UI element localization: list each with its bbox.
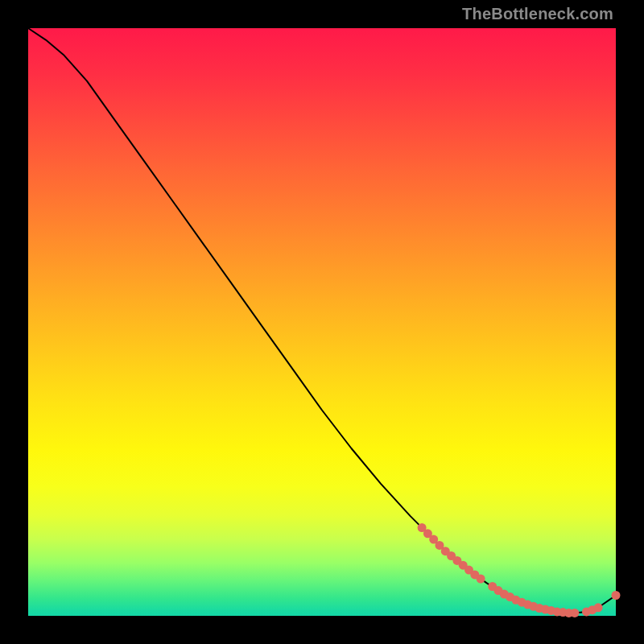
data-marker [612,591,621,600]
data-marker [477,575,485,584]
watermark-text: TheBottleneck.com [462,5,613,23]
chart-frame: TheBottleneck.com [0,0,644,644]
data-marker [570,609,579,617]
data-marker [594,603,603,612]
marker-group [418,523,621,617]
bottleneck-curve [28,28,616,613]
plot-area [28,28,616,616]
curve-svg [28,28,616,616]
